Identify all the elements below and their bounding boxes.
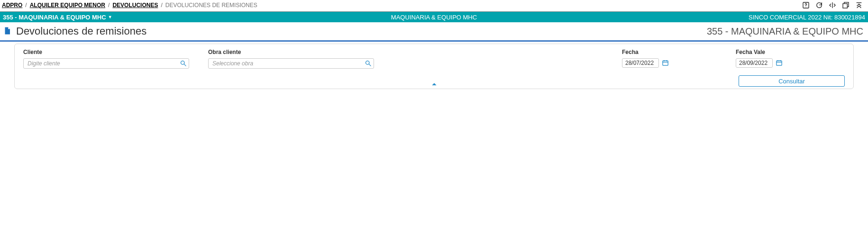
svg-line-9 [369, 64, 371, 66]
label-fecha-vale: Fecha Vale [736, 49, 845, 55]
svg-rect-14 [777, 61, 782, 65]
context-bar: 355 - MAQUINARIA & EQUIPO MHC ▼ MAQUINAR… [0, 12, 868, 22]
context-company-label: 355 - MAQUINARIA & EQUIPO MHC [3, 14, 106, 21]
breadcrumb-separator: / [25, 2, 27, 9]
breadcrumb: ADPRO / ALQUILER EQUIPO MENOR / DEVOLUCI… [2, 2, 257, 9]
context-center-label: MAQUINARIA & EQUIPO MHC [391, 14, 477, 21]
search-icon[interactable] [180, 60, 187, 67]
input-fecha-vale[interactable] [736, 58, 773, 68]
input-cliente[interactable] [23, 58, 189, 69]
svg-point-6 [181, 61, 185, 65]
svg-rect-4 [843, 4, 847, 8]
top-toolbar [802, 1, 865, 9]
field-cliente: Cliente [23, 49, 189, 87]
filter-panel: Cliente Obra cliente Fecha [14, 44, 854, 89]
field-fecha: Fecha [622, 49, 717, 87]
collapse-panel-icon[interactable] [431, 81, 438, 88]
field-obra: Obra cliente [208, 49, 374, 87]
top-bar: ADPRO / ALQUILER EQUIPO MENOR / DEVOLUCI… [0, 0, 868, 12]
split-icon[interactable] [828, 1, 837, 9]
page-subtitle: 355 - MAQUINARIA & EQUIPO MHC [707, 26, 863, 37]
help-icon[interactable] [802, 1, 810, 9]
breadcrumb-separator: / [108, 2, 110, 9]
field-fecha-vale: Fecha Vale Consultar [736, 49, 845, 87]
svg-line-7 [184, 64, 186, 66]
label-fecha: Fecha [622, 49, 717, 55]
page-title: Devoluciones de remisiones [16, 25, 146, 37]
svg-point-1 [805, 7, 806, 7]
input-fecha[interactable] [622, 58, 659, 68]
context-company-dropdown[interactable]: 355 - MAQUINARIA & EQUIPO MHC ▼ [3, 14, 112, 21]
page-title-row: Devoluciones de remisiones 355 - MAQUINA… [0, 22, 868, 42]
collapse-up-icon[interactable] [855, 1, 863, 9]
svg-rect-10 [663, 61, 668, 65]
breadcrumb-link-alquiler[interactable]: ALQUILER EQUIPO MENOR [30, 2, 105, 9]
label-cliente: Cliente [23, 49, 189, 55]
refresh-icon[interactable] [815, 1, 823, 9]
input-obra[interactable] [208, 58, 374, 69]
maximize-icon[interactable] [841, 1, 850, 9]
context-right-label: SINCO COMERCIAL 2022 Nit: 830021894 [749, 14, 865, 21]
search-icon[interactable] [365, 60, 372, 67]
breadcrumb-link-adpro[interactable]: ADPRO [2, 2, 22, 9]
chevron-down-icon: ▼ [108, 15, 112, 19]
breadcrumb-current: DEVOLUCIONES DE REMISIONES [165, 2, 257, 9]
svg-point-8 [366, 61, 370, 65]
calendar-icon[interactable] [662, 59, 669, 67]
document-icon [3, 26, 11, 37]
breadcrumb-separator: / [161, 2, 162, 9]
consultar-button[interactable]: Consultar [739, 75, 845, 87]
breadcrumb-link-devoluciones[interactable]: DEVOLUCIONES [112, 2, 158, 9]
calendar-icon[interactable] [776, 59, 783, 67]
label-obra: Obra cliente [208, 49, 374, 55]
